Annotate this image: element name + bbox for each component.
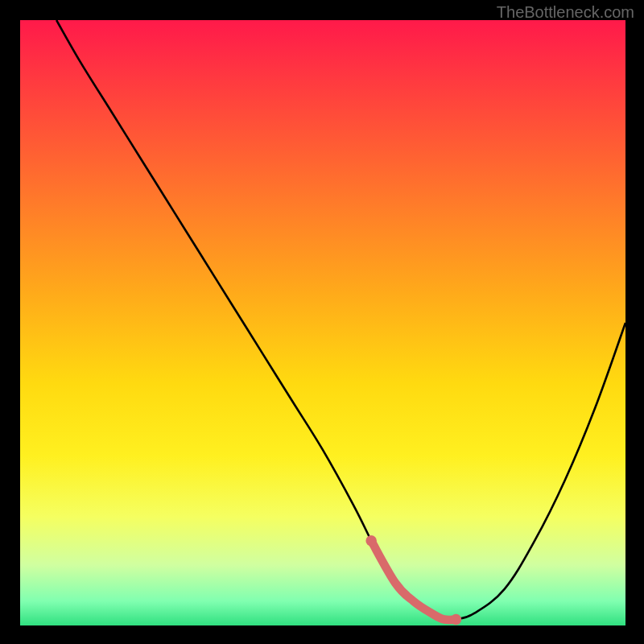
highlight-endpoint-end xyxy=(451,614,462,625)
optimal-range-highlight xyxy=(371,541,456,620)
plot-area xyxy=(20,20,625,625)
highlight-endpoint-start xyxy=(365,535,377,547)
watermark-text: TheBottleneck.com xyxy=(497,3,634,22)
bottleneck-curve xyxy=(56,20,625,620)
curve-layer xyxy=(20,20,625,625)
